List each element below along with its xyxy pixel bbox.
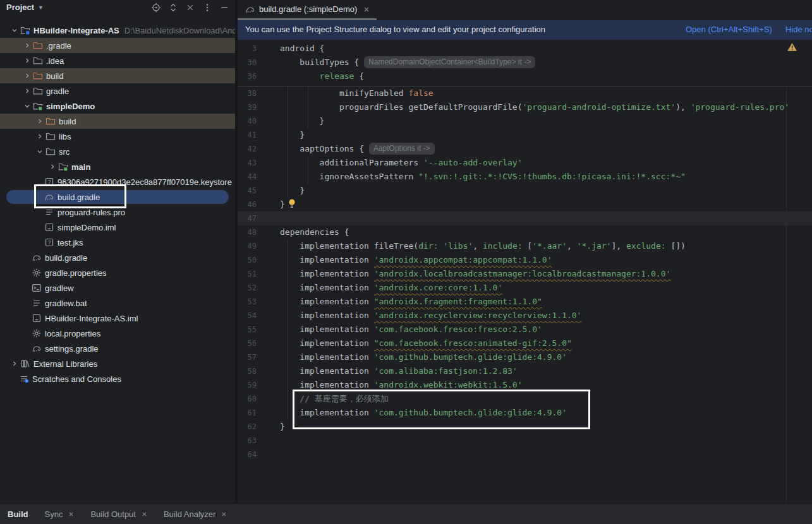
- tree-item-label: gradlew.bat: [45, 299, 87, 308]
- tree-item-label: build.gradle: [58, 193, 100, 202]
- tree-item-hbuilder-integrate-as-iml[interactable]: HBuilder-Integrate-AS.iml: [0, 311, 235, 326]
- code-line-40: 40 }: [238, 114, 812, 128]
- minimize-icon[interactable]: [219, 3, 229, 13]
- code-line-55: 55 implementation 'com.facebook.fresco:f…: [238, 323, 812, 336]
- code-line-48: 48dependencies {: [238, 225, 812, 239]
- tree-item-label: local.properties: [45, 329, 100, 338]
- code-line-44: 44 ignoreAssetsPattern "!.svn:!.git:.*:!…: [238, 170, 812, 184]
- tree-item-hbuilder-integrate-as[interactable]: HBuilder-Integrate-ASD:\BaiduNetdiskDown…: [0, 23, 235, 38]
- chevron-right-icon[interactable]: [34, 134, 45, 139]
- tree-item--idea[interactable]: .idea: [0, 53, 235, 68]
- close-icon[interactable]: [185, 3, 195, 13]
- tree-item-build[interactable]: build: [0, 68, 235, 83]
- tree-item-scratches-and-consoles[interactable]: Scratches and Consoles: [0, 371, 235, 386]
- inlay-hint: AaptOptions it ->: [369, 143, 435, 155]
- project-panel-header: Project ▼: [0, 0, 235, 19]
- tree-item-proguard-rules-pro[interactable]: proguard-rules.pro: [0, 205, 235, 220]
- tree-item-simpledemo-iml[interactable]: simpleDemo.iml: [0, 220, 235, 235]
- sticky-lines-header: 3android {30 buildTypes { NamedDomainObj…: [238, 40, 812, 86]
- tree-item-build[interactable]: build: [0, 114, 235, 129]
- tool-window-tab-build[interactable]: Build: [8, 509, 28, 519]
- tree-item-build-gradle[interactable]: build.gradle: [0, 189, 235, 205]
- code-line-47: 47: [238, 211, 812, 225]
- close-icon[interactable]: [221, 511, 227, 517]
- close-icon[interactable]: [68, 511, 74, 517]
- tree-item-simpledemo[interactable]: simpleDemo: [0, 98, 235, 114]
- code-text: implementation 'androidx.recyclerview:re…: [280, 309, 581, 323]
- tool-window-tab-build-analyzer[interactable]: Build Analyzer: [164, 509, 227, 519]
- inspection-warning-icon[interactable]: [787, 42, 797, 54]
- tree-item-gradle-properties[interactable]: gradle.properties: [0, 265, 235, 280]
- svg-text:?: ?: [48, 239, 51, 246]
- tree-item--gradle[interactable]: .gradle: [0, 38, 235, 53]
- tool-window-tab-sync[interactable]: Sync: [45, 509, 75, 519]
- tree-item-build-gradle[interactable]: build.gradle: [0, 250, 235, 265]
- tool-window-bar: BuildSyncBuild OutputBuild Analyzer: [0, 503, 812, 524]
- code-text: }: [280, 128, 305, 142]
- project-panel-toolbar: [151, 3, 229, 13]
- code-line-36: 36 release {: [238, 69, 812, 83]
- code-line-54: 54 implementation 'androidx.recyclerview…: [238, 309, 812, 323]
- code-line-57: 57 implementation 'com.github.bumptech.g…: [238, 350, 812, 364]
- chevron-right-icon[interactable]: [9, 361, 20, 366]
- tool-window-tab-build-output[interactable]: Build Output: [90, 509, 147, 519]
- tool-window-tab-label: Build Analyzer: [164, 509, 215, 519]
- banner-hide-link[interactable]: Hide notification: [785, 25, 812, 34]
- code-line-42: 42 aaptOptions { AaptOptions it ->: [238, 142, 812, 156]
- chevron-down-icon[interactable]: [9, 28, 20, 33]
- close-icon[interactable]: [142, 511, 147, 517]
- chevron-down-icon[interactable]: [21, 104, 33, 109]
- chevron-right-icon[interactable]: [47, 164, 58, 169]
- tree-item-label: gradle.properties: [45, 268, 107, 278]
- tree-item-gradlew-bat[interactable]: gradlew.bat: [0, 295, 235, 311]
- tree-item-label: build: [59, 117, 76, 126]
- chevron-right-icon[interactable]: [21, 88, 33, 93]
- code-text: implementation "androidx.fragment:fragme…: [280, 295, 542, 309]
- tree-item-label: main: [71, 162, 90, 172]
- project-view-selector[interactable]: Project ▼: [6, 3, 44, 12]
- more-options-icon[interactable]: [202, 3, 212, 13]
- tree-item-label: External Libraries: [33, 359, 97, 369]
- code-text: }: [280, 198, 296, 213]
- code-text: dependencies {: [280, 225, 349, 239]
- code-text: buildTypes { NamedDomainObjectContainer<…: [280, 56, 535, 69]
- tree-item-label: build: [46, 71, 63, 81]
- locate-icon[interactable]: [151, 3, 161, 13]
- tree-item-label: libs: [59, 132, 71, 141]
- tree-item-external-libraries[interactable]: External Libraries: [0, 356, 235, 371]
- banner-open-link[interactable]: Open (Ctrl+Alt+Shift+S): [686, 25, 772, 34]
- folder-icon: [45, 116, 58, 126]
- code-text: android {: [280, 42, 324, 56]
- tree-item-label: gradle: [46, 86, 69, 96]
- banner-message: You can use the Project Structure dialog…: [245, 25, 545, 34]
- tree-item-src[interactable]: src: [0, 144, 235, 159]
- chevron-right-icon[interactable]: [21, 58, 33, 63]
- tree-item-gradle[interactable]: gradle: [0, 83, 235, 98]
- tree-item-label: settings.gradle: [45, 344, 99, 354]
- chevron-right-icon[interactable]: [21, 43, 33, 48]
- code-editor[interactable]: 3android {30 buildTypes { NamedDomainObj…: [238, 40, 812, 503]
- chevron-down-icon[interactable]: [34, 149, 45, 154]
- chevron-right-icon[interactable]: [34, 119, 45, 124]
- editor-tab-build-gradle[interactable]: build.gradle (:simpleDemo): [238, 0, 377, 18]
- folder-icon: [33, 40, 45, 51]
- tree-item-gradlew[interactable]: gradlew: [0, 280, 235, 295]
- tree-item-main[interactable]: main: [0, 159, 235, 174]
- line-number: 61: [238, 406, 257, 420]
- line-number: 43: [238, 156, 257, 170]
- intention-bulb-icon[interactable]: [288, 199, 296, 213]
- android-studio-window: Project ▼ HBuilder-Integrate-ASD:\BaiduN…: [0, 0, 812, 524]
- chevron-right-icon[interactable]: [21, 73, 33, 78]
- close-icon[interactable]: [363, 6, 370, 13]
- tree-item-96306a9271900d3e2ec8a877ff07019e-keystore[interactable]: ?96306a9271900d3e2ec8a877ff07019e.keysto…: [0, 174, 235, 189]
- line-number: 60: [238, 392, 257, 406]
- tree-item-libs[interactable]: libs: [0, 129, 235, 144]
- line-number: 59: [238, 378, 257, 392]
- line-number: 58: [238, 364, 257, 378]
- tree-item-settings-gradle[interactable]: settings.gradle: [0, 341, 235, 356]
- expand-collapse-icon[interactable]: [168, 3, 178, 13]
- tree-item-local-properties[interactable]: local.properties: [0, 326, 235, 341]
- lib-file-icon: [20, 359, 33, 369]
- tree-item-test-jks[interactable]: ?test.jks: [0, 235, 235, 250]
- folder-icon: [33, 86, 45, 96]
